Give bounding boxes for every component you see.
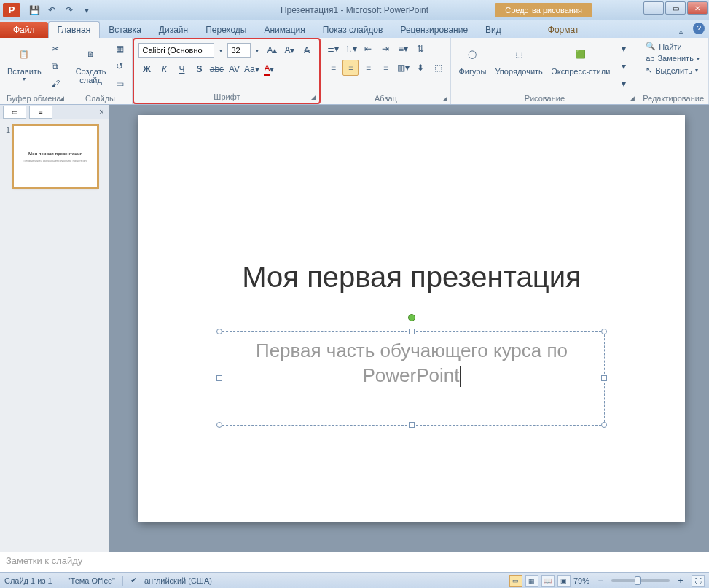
- smartart-icon[interactable]: ⬚: [430, 60, 446, 76]
- bullets-icon[interactable]: ≣▾: [325, 41, 341, 57]
- zoom-slider-thumb[interactable]: [635, 576, 641, 585]
- tab-transitions[interactable]: Переходы: [197, 22, 255, 38]
- slide-title-text[interactable]: Моя первая презентация: [138, 261, 685, 294]
- panel-close-icon[interactable]: ×: [99, 107, 104, 117]
- clipboard-launcher-icon[interactable]: ◢: [58, 94, 66, 103]
- outline-tab-icon[interactable]: ≡: [29, 106, 52, 119]
- notes-pane[interactable]: Заметки к слайду: [0, 552, 709, 572]
- tab-slideshow[interactable]: Показ слайдов: [314, 22, 392, 38]
- shadow-icon[interactable]: S: [191, 61, 207, 77]
- replace-button[interactable]: abЗаменить▾: [643, 53, 704, 63]
- font-size-dropdown-icon[interactable]: ▾: [252, 42, 262, 58]
- format-painter-icon[interactable]: 🖌: [47, 76, 63, 92]
- clear-format-icon[interactable]: A̶: [299, 42, 315, 58]
- decrease-indent-icon[interactable]: ⇤: [360, 41, 376, 57]
- font-color-icon[interactable]: A▾: [261, 61, 277, 77]
- grow-font-icon[interactable]: A▴: [264, 42, 280, 58]
- find-button[interactable]: 🔍Найти: [643, 41, 704, 52]
- ribbon-minimize-icon[interactable]: ▵: [673, 23, 689, 39]
- shape-effects-icon[interactable]: ▾: [616, 76, 632, 92]
- undo-icon[interactable]: ↶: [44, 2, 60, 18]
- text-cursor: [460, 366, 461, 387]
- font-name-input[interactable]: [138, 43, 214, 58]
- align-right-icon[interactable]: ≡: [360, 60, 376, 76]
- increase-indent-icon[interactable]: ⇥: [377, 41, 393, 57]
- font-name-dropdown-icon[interactable]: ▾: [216, 42, 226, 58]
- reset-icon[interactable]: ↺: [111, 58, 128, 74]
- layout-icon[interactable]: ▦: [111, 41, 128, 57]
- tab-animations[interactable]: Анимация: [255, 22, 313, 38]
- zoom-out-icon[interactable]: −: [592, 573, 608, 589]
- bold-icon[interactable]: Ж: [138, 61, 154, 77]
- find-label: Найти: [659, 42, 681, 51]
- close-button[interactable]: ✕: [687, 1, 708, 15]
- subtitle-text[interactable]: Первая часть обучающего курса по PowerPo…: [219, 339, 604, 388]
- resize-handle-sw[interactable]: [216, 422, 222, 428]
- slideshow-view-icon[interactable]: ▣: [557, 575, 571, 587]
- qat-customize-icon[interactable]: ▾: [79, 2, 95, 18]
- maximize-button[interactable]: ▭: [665, 1, 686, 15]
- resize-handle-nw[interactable]: [216, 329, 222, 334]
- tab-design[interactable]: Дизайн: [150, 22, 197, 38]
- tab-insert[interactable]: Вставка: [100, 22, 150, 38]
- paste-button[interactable]: 📋 Вставить ▾: [4, 41, 44, 84]
- resize-handle-n[interactable]: [409, 329, 415, 334]
- text-direction-icon[interactable]: ⇅: [412, 41, 428, 57]
- paragraph-launcher-icon[interactable]: ◢: [440, 94, 449, 103]
- resize-handle-se[interactable]: [601, 422, 607, 428]
- underline-icon[interactable]: Ч: [173, 61, 189, 77]
- font-launcher-icon[interactable]: ◢: [309, 93, 318, 101]
- thumbnail-item[interactable]: 1 Моя первая презентация Первая часть об…: [6, 125, 103, 188]
- shape-outline-icon[interactable]: ▾: [616, 58, 632, 74]
- rotation-handle[interactable]: [408, 314, 415, 321]
- align-center-icon[interactable]: ≡: [342, 60, 359, 76]
- tab-view[interactable]: Вид: [477, 22, 510, 38]
- numbering-icon[interactable]: ⒈▾: [342, 41, 359, 57]
- char-spacing-icon[interactable]: AV: [226, 61, 242, 77]
- zoom-level[interactable]: 79%: [573, 576, 589, 585]
- zoom-slider[interactable]: [611, 579, 670, 582]
- align-left-icon[interactable]: ≡: [325, 60, 341, 76]
- file-tab[interactable]: Файл: [0, 22, 48, 38]
- sorter-view-icon[interactable]: ▦: [525, 575, 538, 587]
- minimize-button[interactable]: —: [643, 1, 664, 15]
- redo-icon[interactable]: ↷: [61, 2, 77, 18]
- resize-handle-ne[interactable]: [601, 329, 607, 334]
- italic-icon[interactable]: К: [156, 61, 172, 77]
- tab-home[interactable]: Главная: [48, 21, 101, 38]
- new-slide-button[interactable]: 🗎 Создать слайд: [73, 41, 109, 86]
- align-text-icon[interactable]: ⬍: [412, 60, 428, 76]
- cut-icon[interactable]: ✂: [47, 41, 63, 57]
- language-indicator[interactable]: английский (США): [144, 576, 212, 585]
- resize-handle-s[interactable]: [409, 422, 415, 428]
- slides-tab-icon[interactable]: ▭: [3, 106, 26, 119]
- normal-view-icon[interactable]: ▭: [509, 575, 522, 587]
- slide[interactable]: Моя первая презентация Первая часть обуч…: [138, 115, 685, 522]
- shrink-font-icon[interactable]: A▾: [281, 42, 297, 58]
- zoom-in-icon[interactable]: +: [673, 573, 689, 589]
- subtitle-placeholder[interactable]: Первая часть обучающего курса по PowerPo…: [219, 331, 605, 426]
- arrange-button[interactable]: ⬚ Упорядочить: [492, 41, 545, 77]
- justify-icon[interactable]: ≡: [377, 60, 393, 76]
- quick-styles-button[interactable]: 🟩 Экспресс-стили: [549, 41, 613, 77]
- tab-format[interactable]: Формат: [539, 22, 588, 38]
- line-spacing-icon[interactable]: ≡▾: [395, 41, 411, 57]
- select-button[interactable]: ↖Выделить▾: [643, 65, 704, 76]
- font-size-input[interactable]: [227, 43, 251, 58]
- shapes-button[interactable]: ◯ Фигуры: [455, 41, 489, 77]
- tab-review[interactable]: Рецензирование: [391, 22, 477, 38]
- copy-icon[interactable]: ⧉: [47, 58, 63, 74]
- shape-fill-icon[interactable]: ▾: [616, 41, 632, 57]
- reading-view-icon[interactable]: 📖: [541, 575, 555, 587]
- columns-icon[interactable]: ▥▾: [395, 60, 411, 76]
- fit-window-icon[interactable]: ⛶: [692, 575, 705, 587]
- change-case-icon[interactable]: Aa▾: [243, 61, 259, 77]
- strike-icon[interactable]: abc: [208, 61, 224, 77]
- help-icon[interactable]: ?: [693, 23, 705, 34]
- spellcheck-icon[interactable]: ✔: [130, 576, 137, 585]
- save-icon[interactable]: 💾: [26, 2, 42, 18]
- section-icon[interactable]: ▭: [111, 76, 128, 92]
- thumbnail-preview[interactable]: Моя первая презентация Первая часть обуч…: [13, 125, 98, 188]
- slide-canvas-area[interactable]: Моя первая презентация Первая часть обуч…: [109, 105, 709, 552]
- drawing-launcher-icon[interactable]: ◢: [627, 94, 636, 103]
